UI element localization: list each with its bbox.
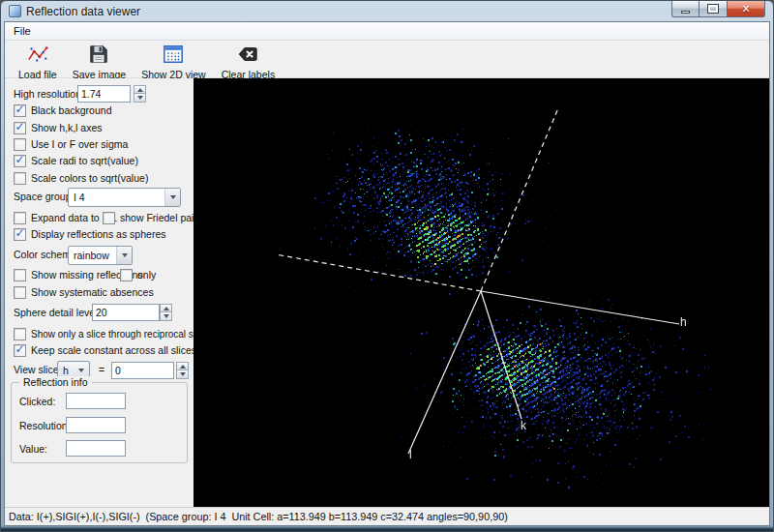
high-resolution-label: High resolution: <box>14 88 84 100</box>
spinner-down-icon <box>164 314 169 318</box>
value-input[interactable] <box>66 440 126 457</box>
checkbox-label: Scale radi to sqrt(value) <box>31 155 138 166</box>
checkbox-box[interactable]: ✓ <box>14 344 26 357</box>
close-icon: ✕ <box>741 4 750 15</box>
reflection-3d-view[interactable]: h k l <box>194 78 769 507</box>
checkbox-show-slice[interactable]: Show only a slice through reciprocal spa… <box>14 328 215 340</box>
window-title: Reflection data viewer <box>26 5 140 18</box>
checkbox-label: show Friedel pairs <box>120 212 202 223</box>
resolution-label: Resolution: <box>19 420 71 431</box>
space-group-dropdown[interactable]: I 4 <box>68 188 181 207</box>
axis-label-h: h <box>680 315 687 329</box>
checkbox-black-background[interactable]: ✓ Black background <box>14 104 111 117</box>
close-button[interactable]: ✕ <box>727 1 765 17</box>
checkbox-show-hkl-axes[interactable]: ✓ Show h,k,l axes <box>14 122 103 134</box>
clear-labels-button[interactable]: Clear labels <box>214 41 283 82</box>
chevron-down-icon <box>164 189 180 206</box>
space-group-value: I 4 <box>69 192 164 203</box>
checkbox-i-or-f-over-sigma[interactable]: Use I or F over sigma <box>14 138 128 151</box>
sphere-detail-spinner <box>160 304 172 321</box>
checkbox-box[interactable]: ✓ <box>14 122 26 134</box>
save-image-button[interactable]: Save image <box>65 41 134 82</box>
checkbox-box[interactable] <box>120 269 133 281</box>
spinner-up-icon <box>180 365 186 369</box>
axis-label-k: k <box>521 419 526 432</box>
checkbox-label: Show systematic absences <box>31 286 154 298</box>
minimize-button[interactable] <box>671 1 700 17</box>
checkbox-label: Show only a slice through reciprocal spa… <box>31 329 215 340</box>
check-icon: ✓ <box>15 103 24 115</box>
view-slice-equals: = <box>99 364 104 375</box>
check-icon: ✓ <box>15 121 24 133</box>
checkbox-label: Keep scale constant across all slices <box>31 344 196 356</box>
menu-file[interactable]: File <box>5 22 40 40</box>
spinner-up-button[interactable] <box>160 304 172 313</box>
checkbox-box[interactable]: ✓ <box>14 104 26 117</box>
checkbox-box[interactable] <box>14 212 26 224</box>
show-2d-view-button[interactable]: Show 2D view <box>134 41 214 82</box>
checkbox-scale-colors[interactable]: Scale colors to sqrt(value) <box>14 172 148 185</box>
checkbox-label: Display reflections as spheres <box>31 228 165 240</box>
view-slice-label: View slice: <box>14 364 61 375</box>
sphere-detail-input[interactable] <box>92 304 160 321</box>
status-bar: Data: I(+),SIGI(+),I(-),SIGI(-) (Space g… <box>5 507 769 525</box>
checkbox-label: only <box>137 269 156 281</box>
spinner-up-icon <box>137 88 143 92</box>
checkbox-label: Scale colors to sqrt(value) <box>31 172 148 184</box>
spinner-down-button[interactable] <box>134 94 146 103</box>
title-bar[interactable]: Reflection data viewer ✕ <box>1 1 773 21</box>
check-icon: ✓ <box>15 343 24 355</box>
axis-label-l: l <box>409 448 412 461</box>
spinner-down-icon <box>137 96 143 100</box>
high-resolution-input[interactable] <box>77 85 131 103</box>
checkbox-box[interactable] <box>14 172 26 185</box>
color-scheme-value: rainbow <box>69 250 116 261</box>
clicked-label: Clicked: <box>19 396 55 407</box>
checkbox-only[interactable]: only <box>120 269 156 281</box>
color-scheme-dropdown[interactable]: rainbow <box>68 246 133 265</box>
checkbox-box[interactable] <box>103 212 115 224</box>
clicked-input[interactable] <box>66 393 126 409</box>
reciprocal-space-canvas[interactable] <box>194 78 769 507</box>
checkbox-keep-scale[interactable]: ✓ Keep scale constant across all slices <box>14 344 196 357</box>
view-slice-axis-value: h <box>58 365 74 376</box>
save-image-icon <box>88 44 109 69</box>
resolution-input[interactable] <box>66 417 126 433</box>
maximize-button[interactable] <box>700 1 727 17</box>
show-2d-view-icon <box>163 44 184 69</box>
minimize-icon <box>681 11 690 14</box>
checkbox-display-spheres[interactable]: ✓ Display reflections as spheres <box>14 228 165 241</box>
clear-labels-icon <box>237 44 258 69</box>
high-resolution-spinner <box>134 85 146 103</box>
app-icon <box>9 5 21 17</box>
checkbox-label: Use I or F over sigma <box>31 138 128 150</box>
spinner-up-button[interactable] <box>176 362 189 371</box>
value-label: Value: <box>19 443 47 455</box>
control-panel: High resolution: ✓ Black background ✓ Sh… <box>5 78 194 507</box>
menu-bar: File <box>5 22 769 41</box>
checkbox-systematic-absences[interactable]: Show systematic absences <box>14 286 154 299</box>
sphere-detail-label: Sphere detail level <box>14 307 97 318</box>
checkbox-box[interactable] <box>14 286 26 299</box>
space-group-label: Space group: <box>14 191 74 202</box>
window-bottom-edge <box>1 526 773 531</box>
checkbox-box[interactable]: ✓ <box>14 155 26 167</box>
view-slice-input[interactable] <box>111 362 174 379</box>
spinner-down-button[interactable] <box>160 312 172 321</box>
spinner-up-icon <box>164 307 169 310</box>
checkbox-scale-radii[interactable]: ✓ Scale radi to sqrt(value) <box>14 155 138 167</box>
spinner-down-button[interactable] <box>176 370 189 379</box>
checkbox-box[interactable] <box>14 269 26 281</box>
spinner-down-icon <box>180 372 186 376</box>
status-text: Data: I(+),SIGI(+),I(-),SIGI(-) (Space g… <box>5 511 508 522</box>
checkbox-box[interactable]: ✓ <box>14 228 26 241</box>
checkbox-label: Show h,k,l axes <box>31 122 103 133</box>
spinner-up-button[interactable] <box>134 85 146 95</box>
view-slice-spinner <box>176 362 189 379</box>
checkbox-box[interactable] <box>14 138 26 151</box>
checkbox-box[interactable] <box>14 328 26 340</box>
check-icon: ✓ <box>15 154 24 165</box>
reflection-info-group: Reflection info Clicked: Resolution: Val… <box>11 382 188 463</box>
load-file-button[interactable]: Load file <box>11 41 65 82</box>
checkbox-friedel-pairs[interactable]: show Friedel pairs <box>103 212 202 224</box>
